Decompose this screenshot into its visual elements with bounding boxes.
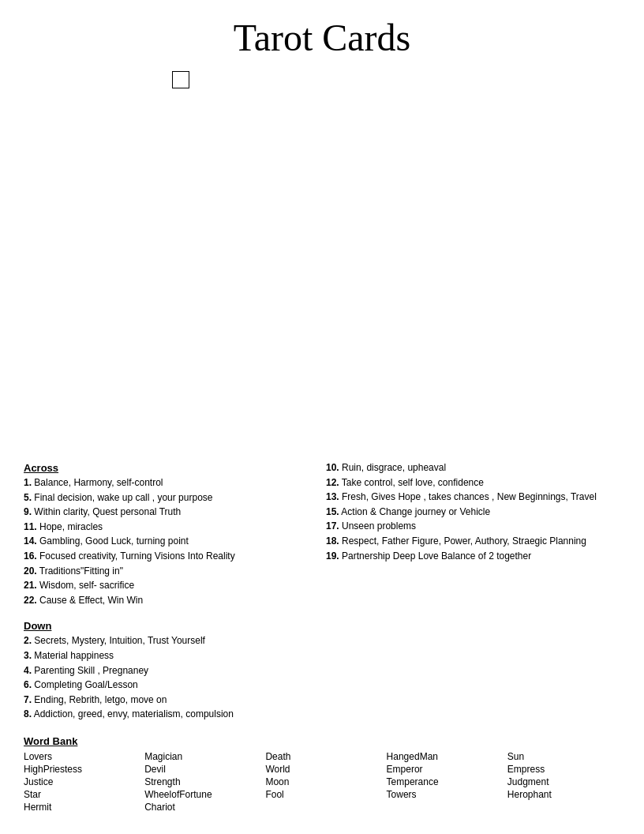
clue-down-4: 4. Parenting Skill , Pregnaney <box>24 665 318 678</box>
word-bank-item: Death <box>265 751 378 762</box>
word-bank-item: Devil <box>144 764 257 775</box>
word-bank-item: Temperance <box>387 776 500 787</box>
clue-across-9: 9. Within clarity, Quest personal Truth <box>24 506 318 519</box>
clue-right-15: 15. Action & Change journey or Vehicle <box>326 506 620 519</box>
word-bank-item: WheelofFortune <box>144 789 257 800</box>
word-bank-item: Strength <box>144 776 257 787</box>
word-bank-item: HighPriestess <box>24 764 137 775</box>
clue-right-13: 13. Fresh, Gives Hope , takes chances , … <box>326 491 620 504</box>
word-bank-item: Hermit <box>24 802 137 813</box>
word-bank-item: HangedMan <box>387 751 500 762</box>
word-bank-item: Emperor <box>387 764 500 775</box>
word-bank-item: Towers <box>387 789 500 800</box>
word-bank-item: Chariot <box>144 802 257 813</box>
word-bank-item: Sun <box>507 751 620 762</box>
clue-down-3: 3. Material happiness <box>24 650 318 663</box>
clue-across-22: 22. Cause & Effect, Win Win <box>24 595 318 607</box>
clue-down-7: 7. Ending, Rebrith, letgo, move on <box>24 694 318 707</box>
across-clues: Across 1. Balance, Harmony, self-control… <box>24 462 318 723</box>
clue-down-6: 6. Completing Goal/Lesson <box>24 679 318 692</box>
across-title: Across <box>24 462 318 474</box>
clue-down-2: 2. Secrets, Mystery, Intuition, Trust Yo… <box>24 635 318 648</box>
word-bank-item: Fool <box>265 789 378 800</box>
word-bank-item: Justice <box>24 776 137 787</box>
clue-down-8: 8. Addiction, greed, envy, materialism, … <box>24 708 318 721</box>
crossword-container: 1 2 3 4 5 6 <box>24 71 620 450</box>
word-bank-item: Herophant <box>507 789 620 800</box>
clue-across-1: 1. Balance, Harmony, self-control <box>24 477 318 490</box>
word-bank-item: Magician <box>144 751 257 762</box>
word-bank-item: Moon <box>265 776 378 787</box>
clues-section: Across 1. Balance, Harmony, self-control… <box>24 462 620 723</box>
clue-right-10: 10. Ruin, disgrace, upheaval <box>326 462 620 475</box>
clue-across-5: 5. Final decision, wake up call , your p… <box>24 492 318 505</box>
crossword-grid: 1 2 3 4 5 6 <box>172 71 472 450</box>
word-bank-item: Lovers <box>24 751 137 762</box>
clue-right-19: 19. Partnership Deep Love Balance of 2 t… <box>326 550 620 563</box>
word-bank-section: Word Bank Lovers Magician Death HangedMa… <box>24 735 620 813</box>
page-title: Tarot Cards <box>24 16 620 59</box>
word-bank-item: Star <box>24 789 137 800</box>
down-title: Down <box>24 620 318 632</box>
word-bank-item: Judgment <box>507 776 620 787</box>
word-bank-item: World <box>265 764 378 775</box>
page: Tarot Cards 1 2 3 4 5 <box>0 0 644 834</box>
clue-across-14: 14. Gambling, Good Luck, turning point <box>24 535 318 548</box>
right-clues: 10. Ruin, disgrace, upheaval 12. Take co… <box>326 462 620 723</box>
cell-15-2 <box>172 71 189 88</box>
clue-across-11: 11. Hope, miracles <box>24 521 318 534</box>
clue-right-18: 18. Respect, Father Figure, Power, Autho… <box>326 535 620 548</box>
clue-across-16: 16. Focused creativity, Turning Visions … <box>24 550 318 563</box>
clue-across-21: 21. Wisdom, self- sacrifice <box>24 580 318 592</box>
clue-across-20: 20. Traditions"Fitting in" <box>24 565 318 578</box>
word-bank-item: Empress <box>507 764 620 775</box>
clue-right-17: 17. Unseen problems <box>326 520 620 533</box>
clue-right-12: 12. Take control, self love, confidence <box>326 477 620 490</box>
word-bank-title: Word Bank <box>24 735 620 747</box>
word-bank-grid: Lovers Magician Death HangedMan Sun High… <box>24 751 620 813</box>
